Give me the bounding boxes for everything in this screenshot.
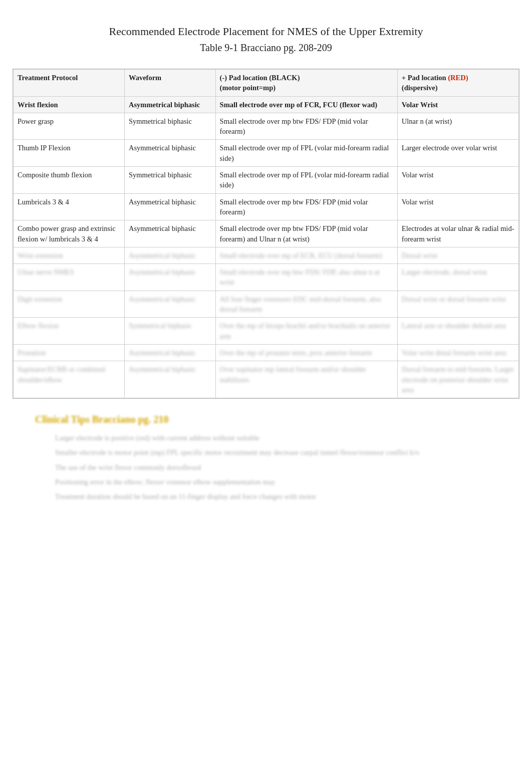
table-cell-10-3: Volar wrist distal forearm wrist area [397, 344, 518, 361]
main-title: Recommended Electrode Placement for NMES… [10, 25, 522, 38]
table-cell-5-1: Asymmetrical biphasic [124, 220, 215, 247]
table-cell-8-3: Dorsal wrist or dorsal forearm wrist [397, 291, 518, 318]
table-row: Power graspSymmetrical biphasicSmall ele… [14, 113, 519, 140]
header-col4-red: (RED) [448, 74, 468, 82]
table-cell-8-0: Digit extension [14, 291, 125, 318]
table-cell-1-2: Small electrode over mp btw FDS/ FDP (mi… [215, 113, 397, 140]
section2-title-text: Clinical Tips Bracciano pg. 210 [35, 414, 169, 425]
electrode-table: Treatment Protocol Waveform (-) Pad loca… [13, 69, 519, 399]
section2-item-2: The use of the wrist flexor commonly dor… [55, 462, 517, 473]
table-cell-6-1: Asymmetrical biphasic [124, 247, 215, 264]
table-cell-8-1: Asymmetrical biphasic [124, 291, 215, 318]
section2-item-3: Positioning error in the elbow; flexor/ … [55, 476, 517, 488]
table-cell-9-1: Symmetrical biphasic [124, 318, 215, 345]
section2-body: Larger electrode is positive (red) with … [55, 432, 517, 502]
table-cell-5-3: Electrodes at volar ulnar & radial mid-f… [397, 220, 518, 247]
table-row: Composite thumb flexionSymmetrical bipha… [14, 167, 519, 194]
table-cell-6-0: Wrist extension [14, 247, 125, 264]
table-row: Digit extensionAsymmetrical biphasicAll … [14, 291, 519, 318]
header-col1: Treatment Protocol [14, 70, 125, 97]
table-row: PronationAsymmetrical biphasicOver the m… [14, 344, 519, 361]
header-col4-prefix: + Pad location [402, 74, 448, 82]
header-col2: Waveform [124, 70, 215, 97]
table-cell-8-2: All four finger extensors EDC mid-dorsal… [215, 291, 397, 318]
table-cell-3-3: Volar wrist [397, 167, 518, 194]
table: Treatment Protocol Waveform (-) Pad loca… [13, 69, 519, 398]
table-cell-2-1: Asymmetrical biphasic [124, 140, 215, 167]
section2-item-1: Smaller electrode is motor point (mp) FP… [55, 447, 517, 458]
table-cell-9-3: Lateral arm or shoulder deltoid area [397, 318, 518, 345]
table-cell-4-2: Small electrode over mp btw FDS/ FDP (mi… [215, 193, 397, 220]
table-row: Lumbricals 3 & 4Asymmetrical biphasicSma… [14, 193, 519, 220]
table-row: Ulnar nerve NMESAsymmetrical biphasicSma… [14, 264, 519, 291]
page: Recommended Electrode Placement for NMES… [0, 0, 532, 520]
table-cell-0-2: Small electrode over mp of FCR, FCU (fle… [215, 96, 397, 113]
table-cell-0-3: Volar Wrist [397, 96, 518, 113]
sub-title: Table 9-1 Bracciano pg. 208-209 [10, 42, 522, 54]
header-col4: + Pad location (RED)(dispersive) [397, 70, 518, 97]
header-col4-suffix: (dispersive) [402, 84, 438, 92]
table-row: Wrist extensionAsymmetrical biphasicSmal… [14, 247, 519, 264]
section2-item-4: Treatment duration should be based on an… [55, 491, 517, 502]
table-row: Combo power grasp and extrinsic flexion … [14, 220, 519, 247]
table-cell-6-3: Dorsal wrist [397, 247, 518, 264]
table-cell-11-3: Dorsal forearm to mid forearm. Larger el… [397, 361, 518, 398]
table-cell-5-0: Combo power grasp and extrinsic flexion … [14, 220, 125, 247]
table-cell-11-2: Over supinator mp lateral forearm and/or… [215, 361, 397, 398]
table-cell-1-3: Ulnar n (at wrist) [397, 113, 518, 140]
header-col3-minus: (-) Pad location (BLACK)(motor point=mp) [220, 74, 300, 92]
table-cell-0-1: Asymmetrical biphasic [124, 96, 215, 113]
table-cell-3-1: Symmetrical biphasic [124, 167, 215, 194]
table-cell-3-2: Small electrode over mp of FPL (volar mi… [215, 167, 397, 194]
table-cell-11-0: Supinator/ECRB or combined shoulder/elbo… [14, 361, 125, 398]
table-cell-4-3: Volar wrist [397, 193, 518, 220]
table-cell-7-1: Asymmetrical biphasic [124, 264, 215, 291]
table-cell-7-2: Small electrode over mp btw FDS/ FDP, al… [215, 264, 397, 291]
header-col3: (-) Pad location (BLACK)(motor point=mp) [215, 70, 397, 97]
table-row: Supinator/ECRB or combined shoulder/elbo… [14, 361, 519, 398]
table-cell-10-0: Pronation [14, 344, 125, 361]
table-cell-1-1: Symmetrical biphasic [124, 113, 215, 140]
table-header-row: Treatment Protocol Waveform (-) Pad loca… [14, 70, 519, 97]
section2-item-0: Larger electrode is positive (red) with … [55, 432, 517, 444]
table-cell-7-0: Ulnar nerve NMES [14, 264, 125, 291]
table-cell-2-0: Thumb IP Flexion [14, 140, 125, 167]
table-cell-2-2: Small electrode over mp of FPL (volar mi… [215, 140, 397, 167]
table-row: Elbow flexionSymmetrical biphasicOver th… [14, 318, 519, 345]
header-col2-label: Waveform [129, 74, 161, 82]
header-col1-label: Treatment Protocol [18, 74, 78, 82]
table-cell-2-3: Larger electrode over volar wrist [397, 140, 518, 167]
table-cell-7-3: Larger electrode, dorsal wrist [397, 264, 518, 291]
table-body: Wrist flexionAsymmetrical biphasicSmall … [14, 96, 519, 398]
table-cell-11-1: Asymmetrical biphasic [124, 361, 215, 398]
table-cell-3-0: Composite thumb flexion [14, 167, 125, 194]
table-cell-10-2: Over the mp of pronator teres, prox ante… [215, 344, 397, 361]
table-cell-10-1: Asymmetrical biphasic [124, 344, 215, 361]
table-cell-1-0: Power grasp [14, 113, 125, 140]
table-cell-4-0: Lumbricals 3 & 4 [14, 193, 125, 220]
table-row: Wrist flexionAsymmetrical biphasicSmall … [14, 96, 519, 113]
table-cell-6-2: Small electrode over mp of ECR, ECU (dor… [215, 247, 397, 264]
table-row: Thumb IP FlexionAsymmetrical biphasicSma… [14, 140, 519, 167]
table-cell-9-2: Over the mp of biceps brachii and/or bra… [215, 318, 397, 345]
table-cell-0-0: Wrist flexion [14, 96, 125, 113]
table-cell-5-2: Small electrode over mp btw FDS/ FDP (mi… [215, 220, 397, 247]
section2-title: Clinical Tips Bracciano pg. 210 [35, 414, 517, 425]
table-cell-4-1: Asymmetrical biphasic [124, 193, 215, 220]
table-cell-9-0: Elbow flexion [14, 318, 125, 345]
section2: Clinical Tips Bracciano pg. 210 Larger e… [10, 414, 522, 502]
